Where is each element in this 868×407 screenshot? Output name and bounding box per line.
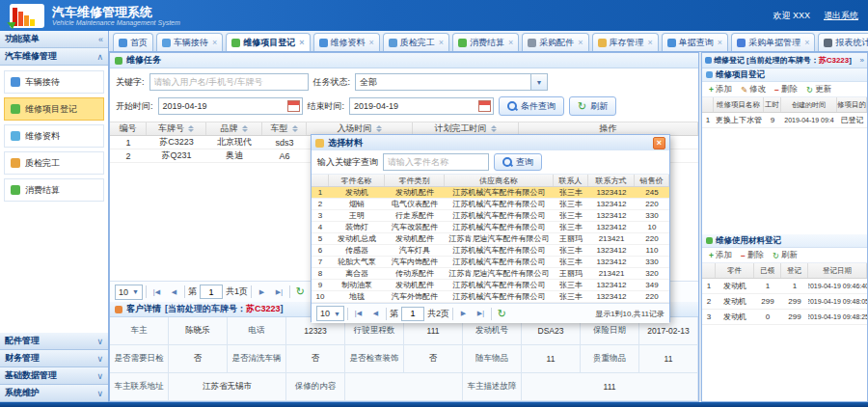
end-date-input[interactable]: 2019-04-19 [349, 97, 494, 115]
table-row[interactable]: 3 王明 行走系配件 江苏机械汽车配件有限公司 张三丰 1323412 330 [312, 210, 669, 222]
col-no[interactable]: 编号 [110, 122, 147, 135]
table-row[interactable]: 1 发动机 1 1 2019-04-19 09:46:40 [702, 279, 867, 294]
close-icon[interactable]: × [508, 38, 513, 47]
last-page-button[interactable]: ▶| [272, 285, 286, 299]
sidebar-item-settlement[interactable]: 消费结算 [4, 178, 104, 202]
col-part-category[interactable]: 零件类别 [385, 175, 445, 186]
table-row[interactable]: 9 制动油泵 发动机配件 江苏机械汽车配件有限公司 张三丰 1323412 34… [312, 280, 669, 291]
add-button[interactable]: +添加 [705, 250, 736, 261]
table-row[interactable]: 8 离合器 传动系配件 江苏肯尼迪汽车配件有限公司 王丽玛 213421 320 [312, 268, 669, 280]
sidebar-item-vehicle-reception[interactable]: 车辆接待 [4, 70, 104, 94]
sidebar-item-repair-materials[interactable]: 维修资料 [4, 124, 104, 148]
tab-repair-materials[interactable]: 维修资料× [313, 33, 380, 51]
last-page-button[interactable]: ▶| [474, 307, 488, 321]
table-row[interactable]: 6 传感器 汽车灯具 江苏机械汽车配件有限公司 张三丰 1323412 110 [312, 245, 669, 257]
logout-link[interactable]: 退出系统 [824, 10, 858, 22]
tab-inventory[interactable]: 库存管理× [592, 33, 659, 51]
collapse-right-icon[interactable]: » [860, 56, 864, 65]
col-price[interactable]: 销售价 [635, 175, 669, 186]
col-plate[interactable]: 车牌号 [147, 122, 206, 135]
delete-button[interactable]: −删除 [737, 250, 768, 261]
close-icon[interactable]: × [299, 38, 304, 47]
first-page-button[interactable]: |◀ [351, 307, 366, 321]
tab-quality-completion[interactable]: 质检完工× [383, 33, 449, 51]
status-select[interactable]: 全部 ▼ [355, 73, 548, 91]
sidebar-item-quality-completion[interactable]: 质检完工 [4, 151, 104, 175]
col-contact-phone[interactable]: 联系方式 [588, 175, 635, 186]
col-register-date[interactable]: 登记日期 [808, 263, 867, 278]
tab-purchase-docs[interactable]: 采购单据管理× [731, 33, 815, 51]
col-part-name[interactable]: 零件名称 [329, 175, 385, 186]
material-icon [706, 237, 713, 244]
close-icon[interactable]: × [212, 38, 217, 47]
keyword-input[interactable] [149, 73, 309, 91]
table-row[interactable]: 2 烟销 电气仪表配件 江苏机械汽车配件有限公司 张三丰 1323412 220 [312, 199, 669, 210]
delete-button[interactable]: −删除 [771, 84, 801, 95]
col-brand[interactable]: 品牌 [206, 122, 262, 135]
col-project-name[interactable]: 维修项目名称 [714, 97, 764, 112]
reload-icon[interactable]: ↻ [495, 307, 509, 321]
close-icon[interactable]: × [718, 38, 722, 47]
first-page-button[interactable]: |◀ [149, 285, 164, 299]
sidebar-item-repair-register[interactable]: 维修项目登记 [4, 97, 104, 121]
table-row[interactable]: 2 发动机 299 299 2019-04-19 09:48:05 [702, 294, 867, 310]
dialog-title-bar[interactable]: 选择材料 × [312, 135, 669, 150]
col-status[interactable]: 维修项目的状 [837, 97, 867, 112]
calendar-icon[interactable] [478, 100, 491, 112]
edit-button[interactable]: ✎修改 [737, 84, 770, 95]
accordion-section-parts[interactable]: 配件管理∨ [0, 333, 108, 350]
table-row[interactable]: 10 地毯 汽车外饰配件 江苏机械汽车配件有限公司 张三丰 1323412 22… [312, 291, 669, 303]
accordion-section-finance[interactable]: 财务管理∨ [0, 350, 108, 367]
col-part[interactable]: 零件 [716, 263, 754, 278]
condition-search-button[interactable]: 条件查询 [499, 96, 564, 116]
accordion-section-maintenance[interactable]: 系统维护∨ [0, 385, 108, 402]
update-button[interactable]: ↻更新 [802, 84, 835, 95]
col-registered[interactable]: 登记 [781, 263, 808, 278]
tab-consumption-settlement[interactable]: 消费结算× [452, 33, 519, 51]
close-icon[interactable]: × [369, 38, 374, 47]
tab-vehicle-reception[interactable]: 车辆接待× [156, 33, 223, 51]
close-icon[interactable]: × [653, 137, 665, 149]
close-icon[interactable]: × [578, 38, 583, 47]
col-model[interactable]: 车型 [262, 122, 307, 135]
page-size-select[interactable]: 10▼ [316, 306, 344, 321]
accordion-section-basedata[interactable]: 基础数据管理∨ [0, 367, 108, 385]
tab-receipt-query[interactable]: 单据查询× [662, 33, 728, 51]
col-received[interactable]: 已领 [754, 263, 781, 278]
tab-report-statistics[interactable]: 报表统计× [818, 33, 868, 51]
prev-page-button[interactable]: ◀ [368, 307, 383, 321]
close-icon[interactable]: × [648, 38, 653, 47]
reload-icon[interactable]: ↻ [293, 285, 308, 299]
page-number-input[interactable] [200, 285, 223, 299]
page-number-input[interactable] [401, 307, 424, 321]
table-row[interactable]: 3 发动机 0 299 2019-04-19 09:48:25 [702, 310, 867, 325]
tab-home[interactable]: 首页 [113, 33, 153, 51]
col-supplier[interactable]: 供应商名称 [445, 175, 554, 186]
part-name-search-input[interactable] [383, 153, 489, 171]
dialog-search-button[interactable]: 查询 [494, 153, 542, 171]
refresh-button[interactable]: ↻刷新 [769, 250, 801, 261]
table-row[interactable]: 1 发动机 发动机配件 江苏机械汽车配件有限公司 张三丰 1323412 245 [312, 187, 669, 199]
table-row[interactable]: 7 轮胎大气泵 汽车内饰配件 江苏机械汽车配件有限公司 张三丰 1323412 … [312, 257, 669, 268]
next-page-button[interactable]: ▶ [255, 285, 269, 299]
close-icon[interactable]: × [439, 38, 444, 47]
col-created[interactable]: 创建的时间 [781, 97, 837, 112]
table-row[interactable]: 1 更换上下水管 9 2019-04-19 09:4 已登记 [702, 113, 867, 128]
prev-page-button[interactable]: ◀ [167, 285, 181, 299]
next-page-button[interactable]: ▶ [456, 307, 471, 321]
page-size-select[interactable]: 10▼ [115, 285, 143, 300]
table-row[interactable]: 4 装饰灯 汽车改装配件 江苏机械汽车配件有限公司 张三丰 1323412 10 [312, 222, 669, 233]
tab-repair-project-register[interactable]: 维修项目登记× [226, 33, 310, 51]
close-icon[interactable]: × [804, 38, 809, 47]
table-row[interactable]: 5 发动机总成 发动机配件 江苏肯尼迪汽车配件有限公司 王丽玛 213421 2… [312, 233, 669, 245]
refresh-button[interactable]: ↻刷新 [569, 96, 616, 116]
tab-purchase-parts[interactable]: 采购配件× [522, 33, 588, 51]
collapse-left-icon[interactable]: « [98, 35, 103, 44]
accordion-section-repair[interactable]: 汽车维修管理 ∧ [0, 48, 108, 66]
start-date-input[interactable]: 2019-04-19 [158, 97, 303, 115]
add-button[interactable]: +添加 [705, 84, 736, 95]
chevron-down-icon[interactable]: ▼ [530, 74, 547, 90]
col-contact[interactable]: 联系人 [554, 175, 588, 186]
col-hours[interactable]: 工时 [764, 97, 781, 112]
calendar-icon[interactable] [287, 100, 300, 112]
